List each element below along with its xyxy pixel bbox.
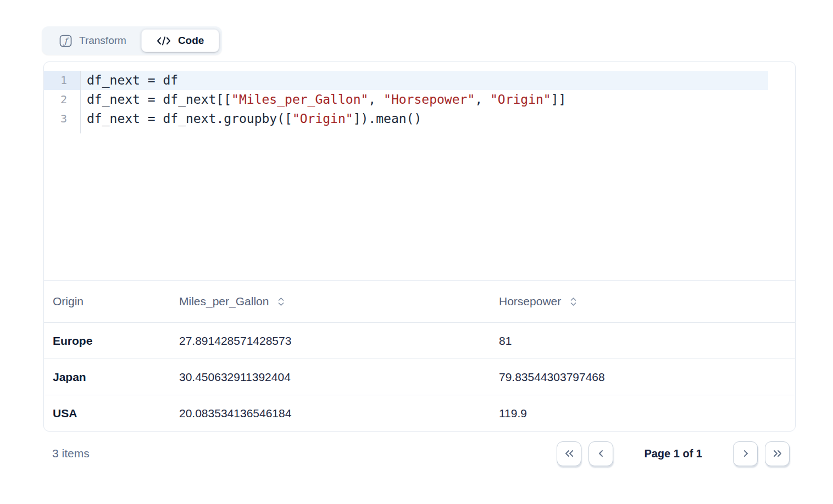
page: ƒ Transform Code 1df_next = df2df_next =… [0,0,833,504]
value-cell: 20.083534136546184 [170,395,490,431]
main-panel: 1df_next = df2df_next = df_next[["Miles_… [43,61,796,432]
pagination: Page 1 of 1 [557,441,796,466]
value-cell: 30.450632911392404 [170,359,490,395]
tab-code-label: Code [178,35,204,47]
code-line[interactable]: 2df_next = df_next[["Miles_per_Gallon", … [44,90,795,109]
table-footer: 3 items Page 1 of 1 [43,439,796,468]
code-line[interactable]: 3df_next = df_next.groupby(["Origin"]).m… [44,109,795,128]
svg-text:ƒ: ƒ [63,36,70,46]
next-page-button[interactable] [733,441,758,466]
line-number: 3 [44,109,81,128]
sort-icon[interactable] [277,296,285,307]
view-tabbar: ƒ Transform Code [42,26,222,55]
column-label: Horsepower [499,295,561,308]
chevron-left-icon [596,448,607,459]
column-header-miles_per_gallon[interactable]: Miles_per_Gallon [170,281,490,322]
code-line[interactable]: 1df_next = df [44,71,795,90]
value-cell: 81 [490,323,795,359]
table-row[interactable]: Europe27.89142857142857381 [44,322,795,359]
table-header-row: OriginMiles_per_GallonHorsepower [44,281,795,322]
double-chevron-right-icon [771,448,784,459]
value-cell: 27.891428571428573 [170,323,490,359]
table-row[interactable]: USA20.083534136546184119.9 [44,395,795,431]
double-chevron-left-icon [563,448,575,459]
column-label: Origin [53,295,84,308]
column-header-horsepower[interactable]: Horsepower [490,281,795,322]
chevron-right-icon [740,448,751,459]
gutter-filler [44,128,795,133]
last-page-button[interactable] [765,441,790,466]
function-icon: ƒ [59,35,72,47]
tab-code[interactable]: Code [141,29,220,52]
page-indicator: Page 1 of 1 [644,447,702,460]
tab-transform-label: Transform [79,35,126,47]
tab-transform[interactable]: ƒ Transform [45,29,141,52]
line-number: 2 [44,90,81,109]
value-cell: 119.9 [490,395,795,431]
code-line-text: df_next = df_next.groupby(["Origin"]).me… [81,109,795,128]
row-index-cell: Europe [44,323,170,359]
value-cell: 79.83544303797468 [490,359,795,395]
items-count: 3 items [43,447,90,460]
table-body: Europe27.89142857142857381Japan30.450632… [44,322,795,431]
column-label: Miles_per_Gallon [179,295,269,308]
prev-page-button[interactable] [588,441,613,466]
code-line-text: df_next = df_next[["Miles_per_Gallon", "… [81,90,795,109]
result-table: OriginMiles_per_GallonHorsepower Europe2… [44,281,795,431]
code-editor[interactable]: 1df_next = df2df_next = df_next[["Miles_… [44,62,795,281]
code-line-text: df_next = df [81,71,795,90]
code-icon [157,36,171,46]
row-index-cell: Japan [44,359,170,395]
table-row[interactable]: Japan30.45063291139240479.83544303797468 [44,359,795,395]
sort-icon[interactable] [569,296,577,307]
column-header-origin: Origin [44,281,170,322]
row-index-cell: USA [44,395,170,431]
first-page-button[interactable] [557,441,581,466]
line-number: 1 [44,71,81,90]
